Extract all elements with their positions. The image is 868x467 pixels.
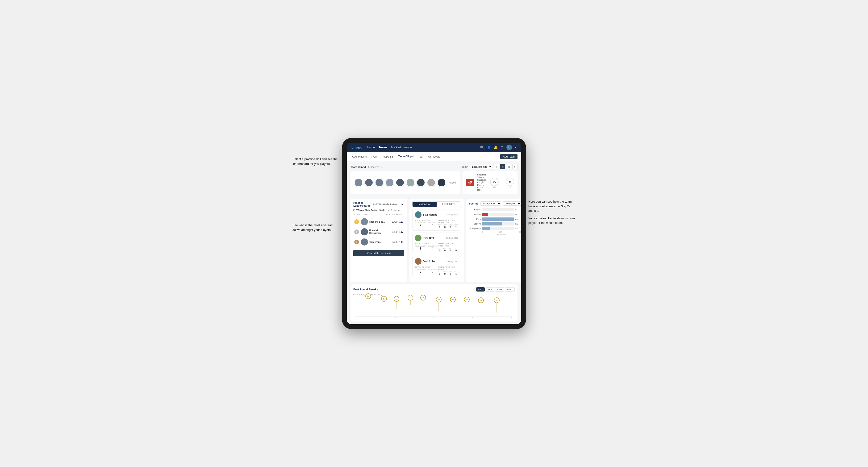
timeline-dot-0: 7x [365, 293, 371, 299]
ott-stat-3: OTT 0 [438, 271, 441, 275]
timeline-dot-6: 4x [450, 297, 456, 302]
bar-fill-1 [482, 213, 488, 216]
subnav-tour[interactable]: Tour [418, 154, 423, 159]
show-filter: Show: Last 3 months Last 6 months Last y… [462, 164, 518, 169]
player-info-3: Cameron... [361, 239, 390, 246]
leaderboard-title: Practice Leaderboards [353, 201, 371, 207]
list-view-button[interactable]: ☰ [500, 164, 505, 169]
shot-end-lie: End Lie: In The Hole [477, 184, 487, 191]
three-columns: Practice Leaderboards PUTT Must Make Put… [350, 198, 518, 282]
people-icon[interactable]: 👤 [487, 146, 491, 149]
player-avatar-7[interactable] [416, 178, 425, 187]
shot-unit: SC [468, 183, 472, 185]
bell-icon[interactable]: 🔔 [494, 146, 498, 149]
leaderboard-row-1[interactable]: 1 Richard Butl... 19/20 110 [353, 217, 404, 227]
search-icon[interactable]: 🔍 [480, 146, 484, 149]
player-avatar-9[interactable] [437, 178, 446, 187]
activity-player-info-1: Blair McHarg [415, 211, 437, 218]
card-view-button[interactable]: ▤ [506, 164, 512, 169]
subnav-pga[interactable]: PGA [371, 154, 377, 159]
players-row: Players [350, 171, 460, 194]
practice-activities-group-2: Total Practice Activities OTT 0 APP 0 AR… [438, 243, 458, 252]
activity-card-3: Josh Coles 26 Aug 2023 Total Rounds Tour… [412, 256, 461, 277]
settings-icon[interactable]: ⚙ [500, 146, 503, 149]
shot-red-box: 198 SC [466, 179, 474, 186]
nav-link-home[interactable]: Home [367, 145, 375, 150]
edit-icon[interactable]: ✏ [381, 166, 383, 168]
subnav-team-clippd[interactable]: Team Clippd [398, 154, 413, 159]
subnav-hcaps[interactable]: Hcaps 1-5 [382, 154, 394, 159]
filter-button[interactable]: ⇅ [512, 164, 518, 169]
subnav-pgat-players[interactable]: PGAT Players [350, 154, 367, 159]
player-avatar-4[interactable] [385, 178, 394, 187]
chevron-down-icon[interactable]: ▾ [515, 146, 517, 149]
app-stat-3: APP 0 [443, 271, 446, 275]
leaderboard-row-3[interactable]: 3 Cameron... 17/20 103 [353, 237, 404, 247]
least-active-tab[interactable]: Least Active [437, 201, 461, 207]
player-avatar-3[interactable] [375, 178, 383, 187]
grid-view-button[interactable]: ⊞ [494, 164, 499, 169]
bar-row-bogeys: Bogeys 311 [469, 222, 521, 225]
app-stat-1: APP 0 [443, 224, 446, 228]
activity-avatar-1 [415, 211, 422, 218]
practice-stat-2: Practice 4 [428, 245, 437, 250]
player-avatar-5[interactable] [396, 178, 404, 187]
player-avatar-8[interactable] [427, 178, 435, 187]
view-icons: ⊞ ☰ ▤ ⇅ [494, 164, 518, 169]
streak-btn-arg[interactable]: ARG [495, 287, 504, 291]
streak-btn-putt[interactable]: PUTT [505, 287, 515, 291]
activity-panel: Most Active Least Active Blair McHarg 26… [409, 198, 464, 282]
user-avatar[interactable]: U [506, 145, 512, 150]
streaks-header: Best Round Streaks OTT APP ARG PUTT [353, 287, 515, 291]
show-period-select[interactable]: Last 3 months Last 6 months Last year [470, 165, 492, 169]
nav-icons: 🔍 👤 🔔 ⚙ U ▾ [480, 145, 517, 150]
timeline-point-5: 4x [436, 297, 441, 311]
streak-btn-app[interactable]: APP [486, 287, 494, 291]
timeline-dot-1: 6x [381, 296, 387, 302]
add-team-button[interactable]: Add Team [500, 154, 518, 159]
chart-x-axis: 0 200 400 [469, 231, 521, 233]
player-score-2: 18/20 [392, 231, 398, 233]
most-active-tab[interactable]: Most Active [412, 201, 437, 207]
player-avatar-1[interactable] [354, 178, 363, 187]
leaderboard-subtitle: PUTT Must Make Putting (3-6 ft), Last 3 … [353, 209, 404, 211]
shot-circle-1: 16 yds [490, 178, 499, 188]
timeline-point-0: 7x [365, 293, 371, 302]
timeline-point-2: 6x [394, 296, 399, 309]
drill-select[interactable]: PUTT Must Make Putting... [371, 202, 404, 206]
streak-btn-ott[interactable]: OTT [476, 287, 485, 291]
subnav-all-players[interactable]: All Players [428, 154, 440, 159]
top-nav: clippd Home Teams My Performance 🔍 👤 🔔 ⚙… [347, 143, 521, 152]
practice-leaderboards-panel: Practice Leaderboards PUTT Must Make Put… [350, 198, 407, 282]
chart-x-label: Total Shots [469, 234, 521, 236]
player-avatar-lb-2 [361, 228, 368, 236]
streaks-subtitle: Off The Tee, Fairway Accuracy [353, 293, 515, 296]
scoring-player-filter[interactable]: All Players [503, 201, 521, 206]
scoring-header: Scoring Par 3, 4 & 5s All Players [469, 201, 521, 206]
timeline-stem-1 [384, 302, 384, 309]
players-label: Players [448, 181, 456, 184]
nav-links: Home Teams My Performance [367, 145, 475, 150]
nav-link-teams[interactable]: Teams [379, 145, 387, 150]
view-full-leaderboard-button[interactable]: View Full Leaderboard [353, 250, 404, 256]
brand-logo: clippd [351, 146, 363, 149]
team-name: Team Clippd [350, 165, 366, 168]
player-avatar-lb-1 [361, 218, 368, 225]
player-avatar-6[interactable] [406, 178, 415, 187]
shot-details: Shot Dist: 16 yds Start Lie: Rough End L… [477, 174, 487, 191]
activity-card-1: Blair McHarg 26 Aug 2023 Total Rounds To… [412, 209, 461, 231]
sub-nav: PGAT Players PGA Hcaps 1-5 Team Clippd T… [347, 152, 521, 161]
practice-stat-1: Practice 6 [428, 222, 437, 227]
leaderboard-row-2[interactable]: 2 Edward Crossman 18/20 107 [353, 227, 404, 237]
scoring-par-filter[interactable]: Par 3, 4 & 5s [480, 201, 501, 206]
timeline-dot-7: 4x [464, 297, 470, 302]
bar-row-birdies: Birdies 96 [469, 213, 521, 216]
player-avatar-2[interactable] [365, 178, 373, 187]
nav-link-my-performance[interactable]: My Performance [391, 145, 412, 150]
shot-circle-label-2: yds [506, 186, 514, 188]
arg-stat-1: ARG 0 [448, 224, 452, 228]
scoring-panel: Scoring Par 3, 4 & 5s All Players Eagles… [466, 198, 521, 282]
bar-row-d-bogeys-+: D. Bogeys + 131 [469, 227, 521, 230]
practice-activities-group-1: Total Practice Activities OTT 0 APP 0 AR… [438, 219, 458, 228]
tournament-stat-2: Tournament 8 [415, 245, 427, 250]
